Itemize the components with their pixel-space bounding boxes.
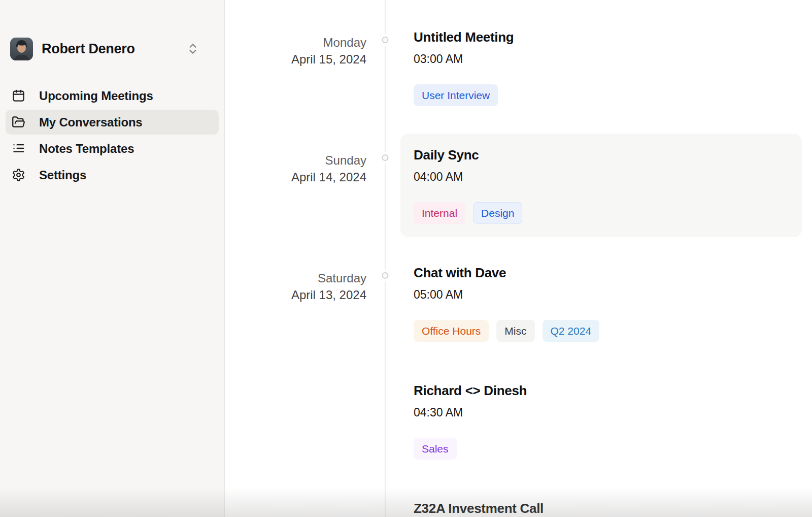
meeting-tags: Sales xyxy=(414,438,789,460)
meeting-time: 04:30 AM xyxy=(414,405,789,419)
date-label: Monday April 15, 2024 xyxy=(225,16,366,134)
day-name: Sunday xyxy=(225,152,366,169)
chevrons-up-down-icon[interactable] xyxy=(186,42,199,55)
date-text: April 15, 2024 xyxy=(225,51,366,68)
conversations-timeline: Monday April 15, 2024 Untitled Meeting 0… xyxy=(225,0,812,517)
gear-icon xyxy=(11,168,25,182)
calendar-icon xyxy=(11,89,25,103)
account-switcher[interactable]: Robert Denero xyxy=(10,37,214,60)
meeting-title: Untitled Meeting xyxy=(414,29,789,45)
timeline-dot xyxy=(382,154,389,161)
meeting-column: Z32A Investment Call xyxy=(400,487,802,517)
meeting-title: Z32A Investment Call xyxy=(414,500,789,516)
sidebar-item-label: My Conversations xyxy=(39,115,143,130)
tag-chip[interactable]: Design xyxy=(473,202,522,224)
app-window: Robert Denero Upcoming Meetings xyxy=(0,0,812,517)
meeting-column: Daily Sync 04:00 AM Internal Design xyxy=(400,134,802,251)
sidebar-item-label: Upcoming Meetings xyxy=(39,89,153,103)
meeting-tags: Office Hours Misc Q2 2024 xyxy=(414,320,789,342)
sidebar-item-label: Settings xyxy=(39,168,86,182)
date-label: Sunday April 14, 2024 xyxy=(225,134,366,251)
sidebar-item-label: Notes Templates xyxy=(39,142,134,156)
timeline-row: Saturday April 13, 2024 Chat with Dave 0… xyxy=(225,251,812,369)
date-text: April 14, 2024 xyxy=(225,169,366,185)
sidebar-item-settings[interactable]: Settings xyxy=(6,163,219,187)
timeline-row: Richard <> Dinesh 04:30 AM Sales xyxy=(225,369,812,487)
sidebar: Robert Denero Upcoming Meetings xyxy=(0,0,225,517)
timeline-row: Z32A Investment Call xyxy=(225,487,812,517)
tag-chip[interactable]: Misc xyxy=(496,320,534,342)
tag-chip[interactable]: User Interview xyxy=(414,84,498,106)
meeting-tags: Internal Design xyxy=(414,202,789,224)
avatar xyxy=(10,38,33,60)
date-text: April 13, 2024 xyxy=(225,286,366,303)
day-name: Monday xyxy=(225,34,366,51)
date-label xyxy=(225,369,366,487)
meeting-title: Richard <> Dinesh xyxy=(414,382,789,399)
sidebar-item-notes-templates[interactable]: Notes Templates xyxy=(6,136,219,161)
meeting-title: Daily Sync xyxy=(414,147,789,163)
timeline-row: Sunday April 14, 2024 Daily Sync 04:00 A… xyxy=(225,134,812,251)
meeting-card[interactable]: Z32A Investment Call xyxy=(400,487,802,517)
date-label xyxy=(225,487,366,517)
user-name: Robert Denero xyxy=(42,41,135,57)
folder-open-icon xyxy=(11,115,25,130)
meeting-card[interactable]: Richard <> Dinesh 04:30 AM Sales xyxy=(400,369,802,473)
timeline-row: Monday April 15, 2024 Untitled Meeting 0… xyxy=(225,16,812,134)
tag-chip[interactable]: Q2 2024 xyxy=(543,320,600,342)
meeting-card[interactable]: Chat with Dave 05:00 AM Office Hours Mis… xyxy=(400,251,802,355)
sidebar-item-upcoming-meetings[interactable]: Upcoming Meetings xyxy=(6,83,219,108)
date-label: Saturday April 13, 2024 xyxy=(225,251,366,369)
meeting-tags: User Interview xyxy=(414,84,789,106)
meeting-column: Richard <> Dinesh 04:30 AM Sales xyxy=(400,369,802,487)
timeline-dot xyxy=(382,272,389,279)
meeting-card[interactable]: Untitled Meeting 03:00 AM User Interview xyxy=(400,16,802,119)
meeting-card[interactable]: Daily Sync 04:00 AM Internal Design xyxy=(400,134,802,237)
meeting-time: 03:00 AM xyxy=(414,52,789,66)
timeline-dot xyxy=(382,37,389,43)
meeting-title: Chat with Dave xyxy=(414,265,789,281)
sidebar-nav: Upcoming Meetings My Conversations xyxy=(0,83,224,187)
tag-chip[interactable]: Internal xyxy=(414,202,465,224)
meeting-column: Chat with Dave 05:00 AM Office Hours Mis… xyxy=(400,251,802,369)
meeting-time: 05:00 AM xyxy=(414,287,789,302)
sidebar-item-my-conversations[interactable]: My Conversations xyxy=(6,110,219,135)
day-name: Saturday xyxy=(225,270,366,286)
tag-chip[interactable]: Office Hours xyxy=(414,320,489,342)
timeline-rows: Monday April 15, 2024 Untitled Meeting 0… xyxy=(225,0,812,517)
meeting-column: Untitled Meeting 03:00 AM User Interview xyxy=(400,16,802,134)
list-icon xyxy=(11,142,25,156)
meeting-time: 04:00 AM xyxy=(414,170,789,184)
tag-chip[interactable]: Sales xyxy=(414,438,457,460)
